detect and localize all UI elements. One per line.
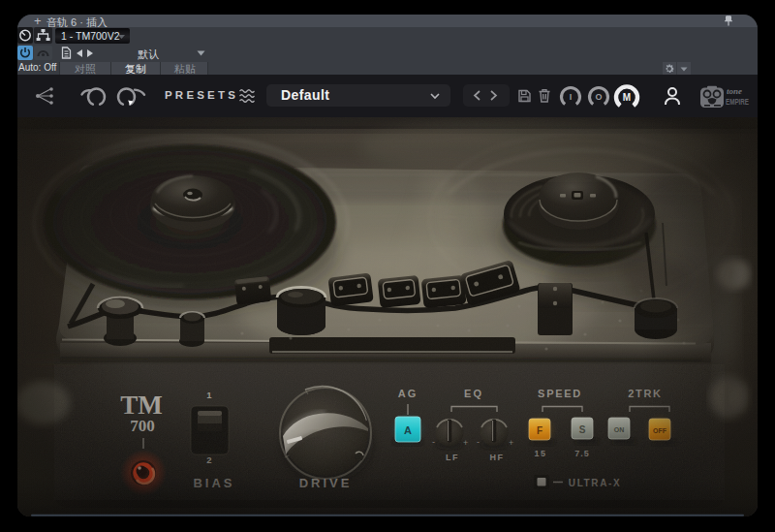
svg-text:O: O bbox=[595, 92, 602, 102]
svg-text:EMPIRE: EMPIRE bbox=[726, 96, 749, 107]
svg-text:tone: tone bbox=[727, 86, 742, 96]
svg-text:M: M bbox=[623, 92, 631, 103]
svg-text:I: I bbox=[570, 92, 573, 102]
